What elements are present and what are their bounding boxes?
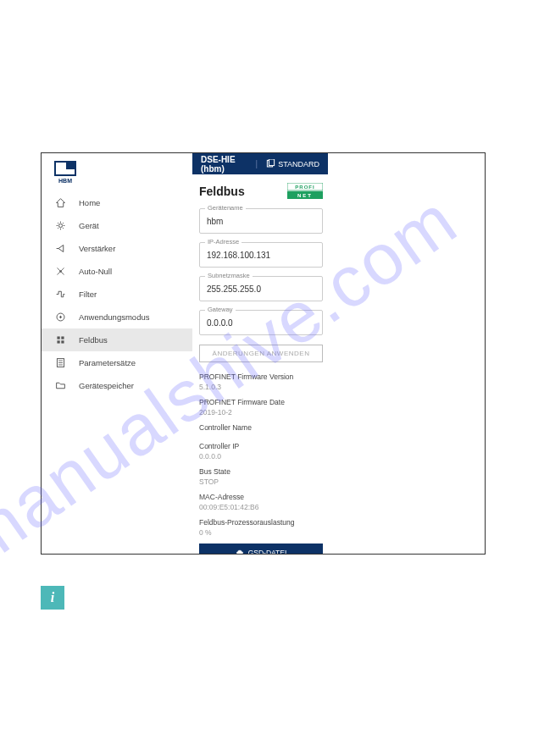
amplifier-icon xyxy=(53,242,67,256)
sidebar-item-appmode[interactable]: Anwendungsmodus xyxy=(42,306,192,328)
sidebar-item-amplifier[interactable]: Verstärker xyxy=(42,237,192,260)
storage-icon xyxy=(53,379,67,393)
ctrl-ip-label: Controller IP xyxy=(199,442,323,450)
bus-state-value: STOP xyxy=(199,477,323,486)
svg-point-6 xyxy=(59,270,61,272)
fw-date-label: PROFINET Firmware Date xyxy=(199,398,323,406)
svg-rect-1 xyxy=(66,162,75,169)
autonull-icon xyxy=(53,265,67,279)
subnet-input[interactable] xyxy=(200,277,322,301)
sidebar-item-device[interactable]: Gerät xyxy=(42,214,192,237)
filter-icon xyxy=(53,288,67,301)
svg-rect-10 xyxy=(57,340,59,343)
svg-rect-8 xyxy=(57,336,59,339)
params-icon xyxy=(53,356,67,370)
svg-point-5 xyxy=(58,223,62,227)
svg-text:HBM: HBM xyxy=(58,178,72,184)
mac-value: 00:09:E5:01:42:B6 xyxy=(199,503,323,511)
svg-text:PROFI: PROFI xyxy=(295,185,314,190)
bus-state-label: Bus State xyxy=(199,467,323,476)
apply-changes-button[interactable]: ÄNDERUNGEN ANWENDEN xyxy=(199,345,323,362)
subnet-field[interactable]: Subnetzmaske xyxy=(199,276,323,301)
hbm-logo: HBM xyxy=(53,160,77,184)
gsd-file-button[interactable]: GSD-DATEI xyxy=(199,544,323,554)
appmode-icon xyxy=(53,311,67,324)
info-icon: i xyxy=(41,586,64,610)
standard-button[interactable]: STANDARD xyxy=(266,159,319,168)
mac-label: MAC-Adresse xyxy=(199,493,323,501)
svg-text:NET: NET xyxy=(297,193,313,198)
gateway-field[interactable]: Gateway xyxy=(199,310,323,335)
sidebar-item-autonull[interactable]: Auto-Null xyxy=(42,260,192,283)
gateway-input[interactable] xyxy=(200,311,322,334)
app-frame: HBM DSE-HIE (hbm) | STANDARD Home Gerät … xyxy=(41,152,486,555)
svg-rect-11 xyxy=(61,340,64,343)
device-name-input[interactable] xyxy=(200,209,322,233)
ip-input[interactable] xyxy=(200,243,322,267)
copy-icon xyxy=(266,159,275,168)
feldbus-icon xyxy=(53,334,67,347)
sidebar-item-home[interactable]: Home xyxy=(42,191,192,214)
sidebar-item-feldbus[interactable]: Feldbus xyxy=(42,328,192,351)
header-title: DSE-HIE (hbm) xyxy=(201,155,247,174)
header-separator: | xyxy=(255,159,258,168)
ctrl-ip-value: 0.0.0.0 xyxy=(199,452,323,461)
load-label: Feldbus-Prozessorauslastung xyxy=(199,518,323,527)
cloud-download-icon xyxy=(236,549,244,554)
fw-ver-value: 5.1.0.3 xyxy=(199,383,323,391)
ip-field[interactable]: IP-Adresse xyxy=(199,242,323,268)
fw-date-value: 2019-10-2 xyxy=(199,408,323,417)
device-name-field[interactable]: Gerätename xyxy=(199,208,323,234)
page-title: Feldbus xyxy=(199,185,245,198)
load-value: 0 % xyxy=(199,528,323,537)
gear-icon xyxy=(53,219,67,233)
svg-rect-4 xyxy=(269,159,275,166)
home-icon xyxy=(53,196,67,210)
svg-rect-9 xyxy=(61,336,64,339)
sidebar-item-storage[interactable]: Gerätespeicher xyxy=(42,374,192,397)
profinet-logo: PROFINET xyxy=(287,183,323,200)
sidebar: Home Gerät Verstärker Auto-Null Filter A… xyxy=(42,191,192,397)
sidebar-item-filter[interactable]: Filter xyxy=(42,283,192,306)
fw-ver-label: PROFINET Firmware Version xyxy=(199,372,323,381)
main-panel: Feldbus PROFINET Gerätename IP-Adresse S… xyxy=(192,174,330,554)
sidebar-item-params[interactable]: Parametersätze xyxy=(42,351,192,374)
header-bar: DSE-HIE (hbm) | STANDARD xyxy=(192,153,328,174)
ctrl-name-label: Controller Name xyxy=(199,423,323,432)
